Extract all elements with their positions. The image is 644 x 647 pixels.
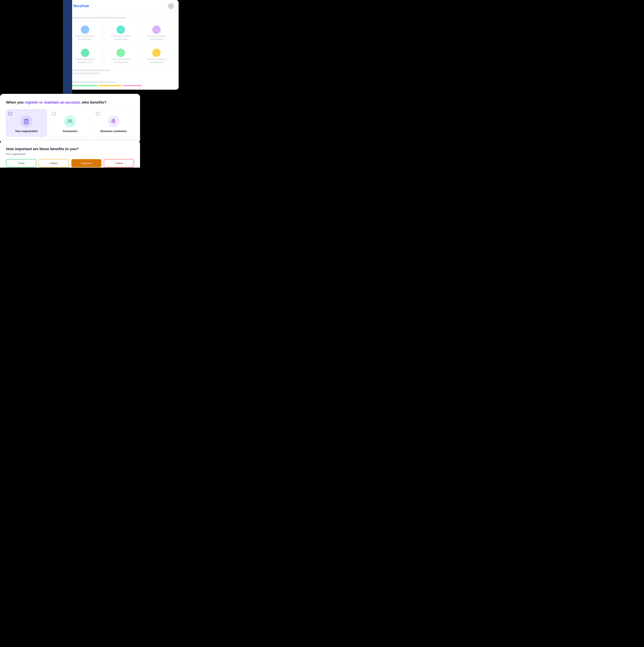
critical-button[interactable]: Critical [104, 159, 134, 167]
question-card-1: When you register or maintain an account… [0, 94, 140, 143]
skeleton-bar-1 [68, 17, 126, 19]
trivial-button[interactable]: Trivial [6, 159, 36, 167]
card-circle-4 [81, 49, 89, 57]
skeleton-bar-3 [68, 73, 100, 74]
question-card-2: How important are these benefits to you?… [0, 141, 140, 168]
card-3[interactable] [140, 22, 173, 43]
q2-title: How important are these benefits to you? [6, 147, 134, 151]
logo-text: TerraTrue [73, 4, 89, 8]
svg-rect-4 [25, 122, 26, 123]
card-skel-6b [149, 62, 164, 63]
choice-label-consumers: Consumers [63, 130, 77, 133]
svg-rect-5 [27, 122, 27, 123]
card-circle-2 [117, 25, 125, 34]
icon-bg-your-org [20, 115, 33, 127]
card-circle-6 [152, 49, 160, 57]
app-body [63, 12, 179, 80]
card-skel-6 [146, 59, 167, 60]
card-skel-3b [149, 39, 164, 40]
importance-buttons: Trivial Helpful Important Critical [6, 159, 134, 167]
color-bar-yellow [99, 85, 122, 86]
question-title: When you register or maintain an account… [6, 100, 134, 105]
svg-rect-2 [25, 121, 26, 122]
choice-business[interactable]: Business customers [93, 110, 134, 137]
svg-rect-0 [24, 120, 28, 124]
card-circle-1 [81, 25, 89, 34]
card-2[interactable] [104, 22, 137, 43]
icon-bg-business [108, 115, 120, 127]
handshake-icon [110, 118, 117, 125]
color-bar-row [68, 85, 173, 86]
building-icon [23, 118, 30, 125]
choice-consumers[interactable]: Consumers [50, 110, 90, 137]
checkbox-your-org[interactable] [9, 112, 12, 115]
card-skel-5b [114, 62, 128, 63]
avatar[interactable] [168, 3, 174, 9]
important-button[interactable]: Important [71, 159, 102, 167]
skeleton-bar-2 [68, 70, 110, 71]
choice-your-org[interactable]: Your organization [6, 110, 47, 137]
app-topbar: TerraTrue [63, 0, 179, 12]
app-bottom [63, 80, 179, 90]
card-5[interactable] [104, 45, 137, 66]
card-1[interactable] [68, 22, 102, 43]
card-skel-4b [78, 62, 92, 63]
card-skel-4 [75, 59, 95, 60]
checkbox-consumers[interactable] [52, 112, 56, 115]
card-skel-1b [78, 39, 92, 40]
skeleton-bar-4 [68, 81, 116, 83]
app-window: TerraTrue [63, 0, 179, 90]
svg-rect-3 [27, 121, 27, 122]
sidebar-strip [63, 0, 72, 94]
card-6[interactable] [140, 45, 173, 66]
checkbox-business[interactable] [96, 112, 99, 115]
card-skel-2 [111, 35, 131, 37]
icon-bg-consumers [64, 115, 76, 127]
helpful-button[interactable]: Helpful [39, 159, 69, 167]
choice-label-your-org: Your organization [15, 130, 38, 133]
card-skel-1 [75, 35, 95, 37]
color-bar-green [68, 85, 98, 86]
svg-point-7 [70, 120, 72, 121]
card-4[interactable] [68, 45, 102, 66]
card-skel-2b [114, 39, 128, 40]
card-skel-3 [146, 35, 167, 37]
people-icon [67, 118, 73, 125]
svg-point-6 [68, 120, 70, 121]
q2-subtitle: Your organization [6, 152, 134, 155]
cards-grid [68, 22, 173, 66]
card-skel-5 [111, 59, 131, 60]
card-circle-3 [152, 25, 160, 34]
color-bar-pink [123, 85, 142, 86]
choices-row: Your organization Consumers [6, 110, 134, 137]
card-circle-5 [117, 49, 125, 57]
choice-label-business: Business customers [101, 130, 127, 133]
